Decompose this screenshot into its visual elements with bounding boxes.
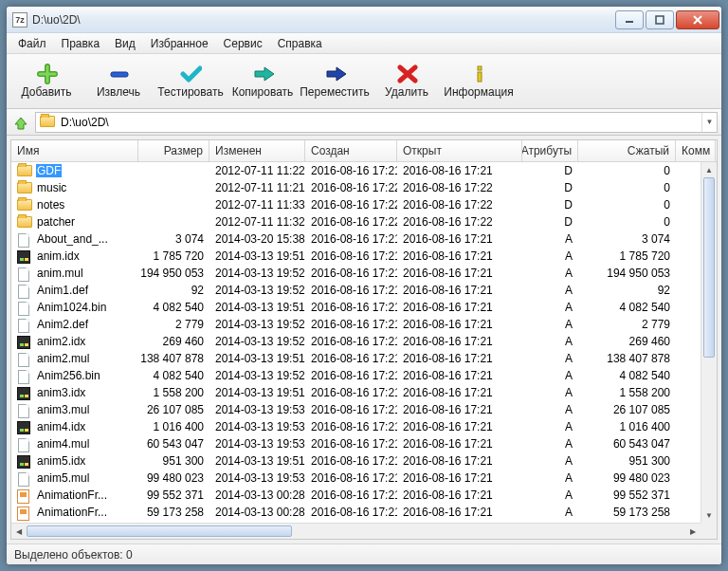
cell-opened: 2016-08-16 17:21 [397, 452, 522, 470]
table-row[interactable]: AnimationFr...99 552 3712014-03-13 00:28… [11, 487, 717, 504]
vertical-scrollbar[interactable]: ▲ ▼ [701, 162, 717, 523]
column-header-created[interactable]: Создан [305, 140, 397, 161]
table-row[interactable]: anim3.mul26 107 0852014-03-13 19:532016-… [11, 401, 717, 418]
copy-icon [251, 64, 274, 83]
horizontal-scrollbar[interactable]: ◀ ▶ [11, 523, 701, 539]
tool-info[interactable]: Информация [443, 57, 515, 106]
cell-name: About_and_... [11, 230, 138, 248]
menu-справка[interactable]: Справка [270, 34, 330, 53]
scroll-down-icon[interactable]: ▼ [701, 507, 717, 523]
table-row[interactable]: Anim1024.bin4 082 5402014-03-13 19:51201… [11, 299, 717, 316]
idx-icon [17, 421, 32, 433]
menu-вид[interactable]: Вид [107, 34, 143, 53]
cell-size: 59 173 258 [138, 504, 209, 521]
delete-icon [395, 64, 418, 83]
cell-opened: 2016-08-16 17:21 [397, 384, 522, 401]
table-row[interactable]: anim3.idx1 558 2002014-03-13 19:512016-0… [11, 384, 717, 401]
column-header-size[interactable]: Размер [138, 140, 209, 161]
scroll-right-icon[interactable]: ▶ [685, 524, 701, 539]
table-row[interactable]: Anim256.bin4 082 5402014-03-13 19:522016… [11, 367, 717, 384]
cell-opened: 2016-08-16 17:22 [397, 179, 522, 196]
cell-size: 99 480 023 [138, 470, 209, 487]
cell-opened: 2016-08-16 17:21 [397, 470, 522, 487]
scroll-up-icon[interactable]: ▲ [701, 162, 717, 177]
menu-файл[interactable]: Файл [10, 34, 54, 53]
table-row[interactable]: anim4.idx1 016 4002014-03-13 19:532016-0… [11, 418, 717, 435]
menu-правка[interactable]: Правка [54, 34, 108, 53]
table-row[interactable]: anim2.mul138 407 8782014-03-13 19:512016… [11, 350, 717, 367]
table-row[interactable]: music2012-07-11 11:212016-08-16 17:22201… [11, 179, 717, 196]
table-row[interactable]: anim.mul194 950 0532014-03-13 19:522016-… [11, 265, 717, 282]
tool-copy[interactable]: Копировать [227, 57, 299, 106]
svg-rect-1 [656, 16, 664, 24]
column-header-attr[interactable]: Атрибуты [522, 140, 578, 161]
cell-created: 2016-08-16 17:21 [305, 265, 397, 282]
svg-rect-6 [478, 72, 482, 82]
cell-created: 2016-08-16 17:21 [305, 487, 397, 504]
idx-icon [17, 455, 32, 468]
column-header-comm[interactable]: Комм [676, 140, 716, 161]
table-row[interactable]: AnimationFr...59 173 2582014-03-13 00:28… [11, 504, 717, 521]
table-row[interactable]: GDF2012-07-11 11:222016-08-16 17:212016-… [11, 162, 717, 179]
cell-size [138, 162, 209, 179]
cell-modified: 2012-07-11 11:33 [209, 196, 305, 213]
column-header-opened[interactable]: Открыт [397, 140, 522, 161]
toolbar: ДобавитьИзвлечьТестироватьКопироватьПере… [7, 54, 721, 109]
column-header-packed[interactable]: Сжатый [578, 140, 676, 161]
tool-add[interactable]: Добавить [10, 57, 82, 106]
cell-created: 2016-08-16 17:21 [305, 367, 397, 384]
table-row[interactable]: anim5.mul99 480 0232014-03-13 19:532016-… [11, 470, 717, 487]
cell-created: 2016-08-16 17:21 [305, 248, 397, 265]
app-window: 7z D:\uo\2D\ ФайлПравкаВидИзбранноеСерви… [6, 6, 722, 565]
table-row[interactable]: anim2.idx269 4602014-03-13 19:522016-08-… [11, 333, 717, 350]
cell-packed: 99 552 371 [578, 487, 676, 504]
tool-delete[interactable]: Удалить [371, 57, 443, 106]
maximize-button[interactable] [646, 10, 674, 29]
column-header-name[interactable]: Имя [11, 140, 138, 161]
table-row[interactable]: Anim1.def922014-03-13 19:522016-08-16 17… [11, 282, 717, 299]
scroll-thumb[interactable] [27, 525, 292, 537]
table-row[interactable]: anim4.mul60 543 0472014-03-13 19:532016-… [11, 435, 717, 452]
list-body: GDF2012-07-11 11:222016-08-16 17:212016-… [11, 162, 717, 539]
cell-name: anim3.mul [11, 401, 138, 418]
cell-size: 269 460 [138, 333, 209, 350]
file-icon [17, 404, 32, 416]
tool-test[interactable]: Тестировать [155, 57, 227, 106]
scroll-left-icon[interactable]: ◀ [11, 524, 27, 539]
menu-сервис[interactable]: Сервис [216, 34, 270, 53]
table-row[interactable]: patcher2012-07-11 11:322016-08-16 17:222… [11, 213, 717, 230]
go-up-button[interactable] [10, 112, 31, 133]
menu-избранное[interactable]: Избранное [143, 34, 216, 53]
cell-packed: 1 785 720 [578, 248, 676, 265]
cell-attr: A [522, 435, 578, 452]
cell-modified: 2014-03-13 19:52 [209, 316, 305, 333]
table-row[interactable]: Anim2.def2 7792014-03-13 19:522016-08-16… [11, 316, 717, 333]
cell-name: anim4.idx [11, 418, 138, 435]
table-row[interactable]: anim5.idx951 3002014-03-13 19:512016-08-… [11, 452, 717, 470]
tool-move[interactable]: Переместить [299, 57, 371, 106]
table-row[interactable]: About_and_...3 0742014-03-20 15:382016-0… [11, 230, 717, 248]
cell-packed: 0 [578, 179, 676, 196]
cell-attr: A [522, 316, 578, 333]
tool-extract[interactable]: Извлечь [82, 57, 155, 106]
table-row[interactable]: notes2012-07-11 11:332016-08-16 17:22201… [11, 196, 717, 213]
tool-label: Копировать [232, 85, 294, 99]
column-header-modified[interactable]: Изменен [209, 140, 305, 161]
info-icon [467, 64, 490, 83]
path-dropdown-icon[interactable]: ▼ [701, 113, 717, 132]
cell-created: 2016-08-16 17:22 [305, 179, 397, 196]
scroll-thumb[interactable] [703, 177, 715, 358]
table-row[interactable]: anim.idx1 785 7202014-03-13 19:512016-08… [11, 248, 717, 265]
minimize-button[interactable] [615, 10, 644, 29]
close-button[interactable] [676, 10, 719, 29]
cell-packed: 1 016 400 [578, 418, 676, 435]
cell-attr: D [522, 162, 578, 179]
cell-name: Anim2.def [11, 316, 138, 333]
file-icon [17, 233, 32, 246]
titlebar[interactable]: 7z D:\uo\2D\ [7, 7, 721, 33]
column-headers: ИмяРазмерИзмененСозданОткрытАтрибутыСжат… [11, 140, 717, 162]
cell-attr: A [522, 384, 578, 401]
cell-opened: 2016-08-16 17:21 [397, 418, 522, 435]
tool-label: Извлечь [97, 85, 140, 99]
path-input[interactable]: D:\uo\2D\ ▼ [35, 112, 718, 133]
